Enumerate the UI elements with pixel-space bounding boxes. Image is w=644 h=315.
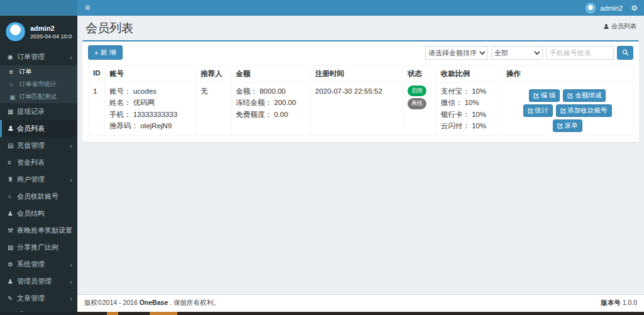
status-badge-offline: 离线 [408, 98, 426, 109]
card-icon: ▦ [8, 108, 17, 115]
dot-circle-icon: ◉ [8, 53, 17, 60]
dispatch-order-button[interactable]: 派单 [553, 119, 582, 132]
sidebar-item-order-province-stats[interactable]: ○ 订单省市统计 [0, 78, 77, 91]
plus-icon: + [94, 49, 98, 57]
col-header-amount: 金额 [231, 66, 311, 82]
sidebar-item-withdraw-records[interactable]: ▦ 提现记录 [0, 103, 77, 120]
col-header-status: 状态 [403, 66, 436, 82]
logo-area[interactable] [0, 0, 77, 16]
chevron-left-icon: ‹ [70, 278, 74, 285]
bank-icon: ♜ [8, 176, 17, 183]
money-icon: ¤ [8, 159, 17, 166]
share-square-icon: ▧ [8, 244, 17, 251]
strip-segment-orange [107, 312, 118, 315]
sidebar-user-name: admin2 [30, 24, 72, 33]
navbar-username[interactable]: admin2 [600, 4, 623, 12]
sidebar-item-orders[interactable]: ≡ 订单 [0, 65, 77, 78]
cell-ratio: 支付宝： 10% 微信： 10% 银行卡： 10% 云闪付： 10% [436, 82, 502, 136]
statistics-button[interactable]: 统计 [523, 104, 553, 117]
sidebar-toggle-icon[interactable]: ≡ [77, 0, 97, 16]
sidebar-item-night-order-reward[interactable]: ⚒ 夜晚抢单奖励设置 [0, 222, 77, 239]
users-icon: ♟ [8, 210, 17, 217]
chevron-left-icon: ‹ [70, 176, 74, 184]
bars-icon: ≡ [9, 69, 19, 75]
cell-account: 账号： ucodes 姓名： 优码网 手机： 13333333333 推荐码： … [105, 82, 196, 136]
image-icon: ▤ [8, 142, 17, 149]
filters: 请选择金额排序 全部 [425, 46, 633, 60]
order-submenu: ≡ 订单 ○ 订单省市统计 ▣ 订单匹配测试 [0, 65, 77, 103]
edit-icon [557, 123, 563, 129]
sidebar-item-merchant-management[interactable]: ♜ 商户管理 ‹ [0, 171, 77, 188]
cell-referrer: 无 [196, 82, 231, 136]
content: + 新 增 请选择金额排序 全部 [77, 40, 644, 294]
wrench-icon: ⚒ [8, 227, 17, 234]
square-icon: ▣ [9, 94, 19, 101]
top-bar: ≡ admin2 ⚙ [0, 0, 644, 16]
member-list-card: + 新 增 请选择金额排序 全部 [82, 40, 639, 142]
search-button[interactable] [617, 46, 633, 60]
sidebar-menu: ◉ 订单管理 ‹ ≡ 订单 ○ 订单省市统计 ▣ 订单匹配测试 [0, 48, 77, 315]
chevron-left-icon: ‹ [70, 295, 74, 302]
search-icon [622, 49, 629, 56]
sidebar-item-member-structure[interactable]: ♟ 会员结构 [0, 205, 77, 222]
sidebar-item-share-promotion-ratio[interactable]: ▧ 分享推广比例 [0, 239, 77, 256]
strip-segment-orange [150, 312, 177, 315]
content-header: 会员列表 会员列表 [77, 16, 644, 40]
footer-version: 版本号 1.0.0 [601, 299, 637, 307]
page-title: 会员列表 [86, 20, 636, 36]
edit-icon: ✎ [8, 295, 17, 302]
col-header-id: ID [89, 66, 105, 82]
sidebar-item-admin-management[interactable]: ♟ 管理员管理 ‹ [0, 273, 77, 290]
footer: 版权©2014 - 2016 OneBase . 保留所有权利。 版本号 1.0… [77, 294, 644, 312]
avatar[interactable] [5, 21, 26, 42]
breadcrumb-label: 会员列表 [611, 22, 636, 31]
footer-copyright: 版权©2014 - 2016 OneBase . 保留所有权利。 [84, 299, 220, 307]
status-filter-select[interactable]: 全部 [491, 46, 543, 60]
strip-segment-dark [0, 312, 77, 315]
breadcrumb[interactable]: 会员列表 [603, 22, 636, 31]
sidebar-item-funds-list[interactable]: ¤ 资金列表 [0, 154, 77, 171]
sidebar-item-order-management[interactable]: ◉ 订单管理 ‹ [0, 48, 77, 65]
amount-sort-select[interactable]: 请选择金额排序 [425, 46, 488, 60]
search-input[interactable] [546, 46, 614, 60]
amount-adjust-button[interactable]: 金额增减 [563, 89, 606, 102]
cell-operations: 编 辑 金额增减 [502, 82, 633, 136]
sidebar-user-panel: admin2 2020-04-04 10:04:00 [0, 16, 77, 48]
sidebar-item-system-management[interactable]: ⚙ 系统管理 ‹ [0, 256, 77, 273]
sidebar-item-member-list[interactable]: 会员列表 [0, 120, 77, 137]
table-row: 1 账号： ucodes 姓名： 优码网 手机： 13333333333 推荐码… [89, 82, 633, 136]
card-toolbar: + 新 增 请选择金额排序 全部 [82, 41, 639, 64]
admin-app: ≡ admin2 ⚙ admin2 2020-04-04 10:04:00 ◉ … [0, 0, 644, 315]
cell-amount: 金额： 8000.00 冻结金额： 200.00 免费额度： 0.00 [231, 82, 311, 136]
chevron-left-icon: ‹ [70, 261, 74, 268]
add-button[interactable]: + 新 增 [88, 45, 123, 60]
member-table: ID 账号 推荐人 金额 注册时间 状态 收款比例 操作 [88, 65, 633, 136]
navbar-avatar[interactable] [586, 3, 596, 13]
status-badge-enabled: 启用 [408, 86, 426, 96]
gears-icon[interactable]: ⚙ [627, 4, 638, 13]
col-header-ops: 操作 [502, 66, 633, 82]
table-wrap: ID 账号 推荐人 金额 注册时间 状态 收款比例 操作 [82, 64, 639, 142]
col-header-regtime: 注册时间 [311, 66, 403, 82]
edit-icon [560, 108, 566, 114]
add-payment-account-button[interactable]: 添加收款账号 [556, 104, 612, 117]
gear-icon: ⚙ [8, 261, 17, 268]
sidebar-user-date: 2020-04-04 10:04:00 [30, 33, 72, 40]
sidebar: admin2 2020-04-04 10:04:00 ◉ 订单管理 ‹ ≡ 订单 [0, 16, 77, 312]
edit-icon [528, 108, 533, 114]
bottom-taskbar-strip [0, 312, 644, 315]
col-header-ratio: 收款比例 [436, 66, 502, 82]
sidebar-item-member-payment-accounts[interactable]: ○ 会员收款账号 [0, 188, 77, 205]
main-area: 会员列表 会员列表 + 新 增 请选择金额排序 [77, 16, 644, 312]
circle-o-icon: ○ [8, 193, 17, 200]
cell-status: 启用 离线 [403, 82, 436, 136]
sidebar-item-recharge-management[interactable]: ▤ 充值管理 ‹ [0, 137, 77, 154]
sidebar-item-order-match-test[interactable]: ▣ 订单匹配测试 [0, 91, 77, 103]
footer-brand: OneBase [140, 299, 169, 306]
user-icon [8, 125, 17, 133]
navbar: ≡ admin2 ⚙ [77, 0, 644, 16]
chevron-left-icon: ‹ [70, 53, 74, 61]
sidebar-item-article-management[interactable]: ✎ 文章管理 ‹ [0, 290, 77, 307]
edit-icon [567, 93, 573, 99]
edit-button[interactable]: 编 辑 [529, 89, 560, 102]
